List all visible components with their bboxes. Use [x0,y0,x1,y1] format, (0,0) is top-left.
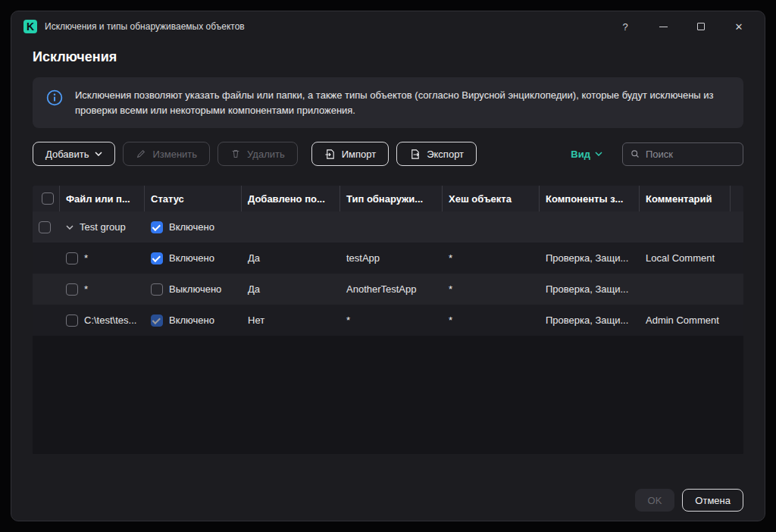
column-header-components[interactable]: Компоненты з... [540,186,640,211]
cell-added: Да [242,283,340,295]
view-dropdown-label: Вид [571,149,590,160]
status-label: Выключено [169,283,221,295]
column-header-hash[interactable]: Хеш объекта [443,186,540,211]
expand-chevron-icon[interactable] [66,225,74,230]
cell-file: * [84,252,88,264]
column-header-type[interactable]: Тип обнаружи... [340,186,443,211]
cell-added: Да [242,252,340,264]
cell-type: AnotherTestApp [340,283,443,295]
title-bar: K Исключения и типы обнаруживаемых объек… [11,11,765,42]
scrollbar-spacer [731,186,743,211]
status-label: Включено [169,315,214,326]
cell-added: Нет [242,315,340,326]
select-all-checkbox[interactable] [42,192,54,205]
trash-icon [230,149,241,159]
export-icon [409,149,421,160]
cell-components: Проверка, Защи... [540,315,640,326]
select-all-header-cell [33,186,60,211]
close-button[interactable]: ✕ [733,20,745,33]
cell-components: Проверка, Защи... [540,252,640,264]
cell-comment: Local Comment [640,252,731,264]
page-title: Исключения [33,49,743,65]
minimize-icon [659,27,668,27]
kaspersky-logo-icon: K [23,20,37,33]
maximize-icon [697,23,705,30]
status-checkbox[interactable] [151,252,163,264]
chevron-down-icon [595,152,602,156]
group-name: Test group [80,221,126,233]
table-row[interactable]: C:\test\tes... Включено Нет * * Проверка… [33,305,743,336]
export-button-label: Экспорт [427,149,464,160]
banner-text: Исключения позволяют указать файлы или п… [75,88,730,117]
search-input[interactable] [646,149,735,160]
status-label: Включено [169,252,214,264]
row-checkbox[interactable] [66,315,78,327]
add-button-label: Добавить [45,149,89,160]
cell-file: C:\test\tes... [84,315,136,326]
export-button[interactable]: Экспорт [396,142,477,166]
table-empty-area [33,336,743,454]
help-button[interactable]: ? [619,20,631,33]
window-title: Исключения и типы обнаруживаемых объекто… [45,21,619,32]
cell-components: Проверка, Защи... [540,283,640,295]
status-label: Включено [169,221,214,233]
info-banner: Исключения позволяют указать файлы или п… [33,77,743,128]
toolbar: Добавить Изменить Удалить Импорт Экспорт… [33,142,743,166]
maximize-button[interactable] [695,20,707,33]
cell-file: * [84,283,88,295]
edit-button-label: Изменить [152,149,197,160]
delete-button-label: Удалить [247,149,285,160]
column-header-added[interactable]: Добавлено по... [242,186,340,211]
cell-type: * [340,315,443,326]
cell-hash: * [443,315,540,326]
cell-type: testApp [340,252,443,264]
footer: OK Отмена [33,489,743,512]
pencil-icon [136,149,146,159]
cancel-button[interactable]: Отмена [682,489,743,512]
search-icon [630,149,640,159]
exclusions-table: Файл или п... Статус Добавлено по... Тип… [33,186,743,454]
edit-button[interactable]: Изменить [123,142,210,166]
add-button[interactable]: Добавить [33,142,115,166]
search-box[interactable] [622,142,743,166]
app-window: K Исключения и типы обнаруживаемых объек… [11,11,765,521]
import-button-label: Импорт [342,149,376,160]
view-dropdown[interactable]: Вид [571,149,602,160]
delete-button[interactable]: Удалить [217,142,298,166]
import-icon [324,149,336,160]
status-checkbox[interactable] [151,315,163,327]
column-header-file[interactable]: Файл или п... [60,186,145,211]
column-header-comment[interactable]: Комментарий [640,186,731,211]
import-button[interactable]: Импорт [311,142,389,166]
row-checkbox[interactable] [66,252,78,264]
cell-comment: Admin Comment [640,315,731,326]
info-icon [46,89,63,106]
cell-hash: * [443,283,540,295]
chevron-down-icon [95,152,102,156]
table-row[interactable]: * Выключено Да AnotherTestApp * Проверка… [33,274,743,305]
status-checkbox[interactable] [151,283,163,296]
status-checkbox[interactable] [151,221,163,233]
column-header-status[interactable]: Статус [145,186,242,211]
table-group-row[interactable]: Test group Включено [33,211,743,243]
ok-button[interactable]: OK [635,489,675,512]
row-checkbox[interactable] [39,221,51,233]
cell-hash: * [443,252,540,264]
table-header: Файл или п... Статус Добавлено по... Тип… [33,186,743,211]
row-checkbox[interactable] [66,283,78,296]
table-row[interactable]: * Включено Да testApp * Проверка, Защи..… [33,243,743,274]
minimize-button[interactable] [657,20,669,33]
